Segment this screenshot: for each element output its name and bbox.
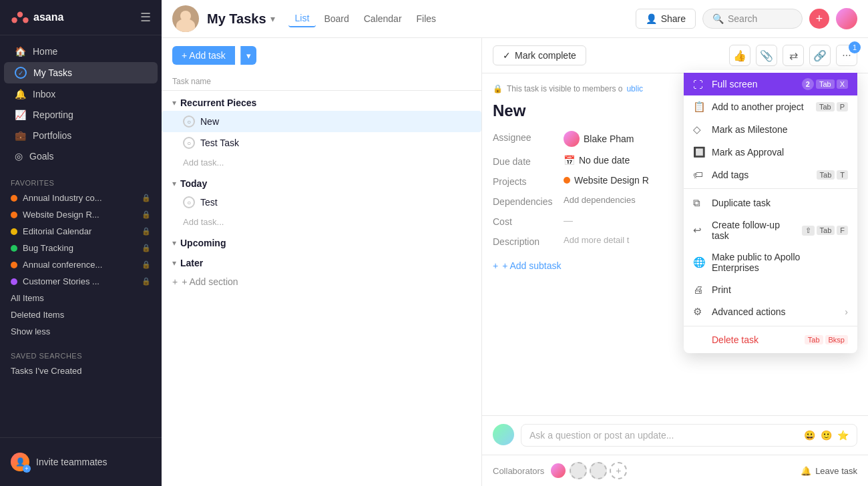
- tab-list[interactable]: List: [288, 10, 316, 27]
- menu-item-mark-approval[interactable]: 🔲 Mark as Approval: [684, 141, 857, 164]
- favorites-list: Annual Industry co... 🔒 Website Design R…: [0, 190, 162, 290]
- badge-count: 1: [849, 41, 861, 53]
- fav-item-annual-conference[interactable]: Annual conference... 🔒: [0, 256, 162, 273]
- fav-dot: [11, 195, 17, 202]
- asana-logo[interactable]: asana: [11, 8, 140, 27]
- sidebar-item-goals[interactable]: ◎ Goals: [4, 146, 158, 166]
- tab-calendar[interactable]: Calendar: [357, 11, 409, 27]
- add-section-button[interactable]: + + Add section: [162, 271, 481, 292]
- lock-icon: 🔒: [142, 260, 151, 269]
- menu-item-full-screen[interactable]: ⛶ Full screen 2 Tab X: [684, 73, 857, 95]
- star-icon[interactable]: ⭐: [837, 430, 849, 441]
- add-task-inline[interactable]: Add task...: [162, 213, 481, 231]
- fav-item-annual-industry[interactable]: Annual Industry co... 🔒: [0, 190, 162, 206]
- milestone-icon: ◇: [693, 124, 705, 136]
- collaborators-row: Collaborators + 🔔 Leave task: [482, 455, 868, 486]
- user-avatar[interactable]: [836, 8, 857, 29]
- task-check-icon[interactable]: ○: [183, 115, 195, 128]
- asana-logo-text: asana: [33, 11, 63, 23]
- more-options-button[interactable]: ··· 1: [836, 45, 857, 66]
- approval-icon: 🔲: [693, 146, 705, 158]
- page-header: My Tasks ▾ List Board Calendar Files 👤 S…: [162, 0, 868, 38]
- mark-complete-button[interactable]: ✓ Mark complete: [493, 45, 586, 65]
- shortcut: Tab P: [816, 102, 848, 111]
- sidebar-item-inbox[interactable]: 🔔 Inbox: [4, 84, 158, 104]
- connect-button[interactable]: ⇄: [783, 45, 804, 66]
- saved-search-tasks-created[interactable]: Tasks I've Created: [0, 362, 162, 379]
- menu-item-print[interactable]: 🖨 Print: [684, 278, 857, 300]
- menu-item-add-to-project[interactable]: 📋 Add to another project Tab P: [684, 95, 857, 118]
- emoji-icon[interactable]: 😀: [804, 430, 815, 441]
- thumbs-up-button[interactable]: 👍: [729, 45, 750, 66]
- section-later[interactable]: ▾ Later: [162, 251, 481, 271]
- comment-input-row: Ask a question or post an update... 😀 🙂 …: [493, 424, 857, 447]
- fav-dot: [11, 228, 17, 235]
- menu-divider: [684, 188, 857, 189]
- assignee-avatar: [564, 131, 580, 147]
- share-icon: 👤: [646, 13, 657, 24]
- fav-item-editorial-calendar[interactable]: Editorial Calendar 🔒: [0, 223, 162, 240]
- menu-item-delete[interactable]: Delete task Tab Bksp: [684, 329, 857, 350]
- task-row[interactable]: ○ Test: [162, 192, 481, 213]
- comment-input[interactable]: Ask a question or post an update... 😀 🙂 …: [521, 424, 857, 447]
- search-box[interactable]: 🔍 Search: [702, 9, 803, 29]
- menu-item-make-public[interactable]: 🌐 Make public to Apollo Enterprises: [684, 246, 857, 278]
- tab-board[interactable]: Board: [317, 11, 355, 27]
- search-icon: 🔍: [712, 13, 724, 24]
- task-detail-toolbar: ✓ Mark complete 👍 📎 ⇄ 🔗 ··· 1: [482, 38, 868, 73]
- task-row[interactable]: ○ Test Task: [162, 132, 481, 154]
- menu-item-advanced[interactable]: ⚙ Advanced actions ›: [684, 300, 857, 323]
- lock-icon: 🔒: [142, 277, 151, 286]
- task-check-icon[interactable]: ○: [183, 137, 195, 149]
- section-today[interactable]: ▾ Today: [162, 172, 481, 192]
- attach-button[interactable]: 📎: [756, 45, 777, 66]
- task-row[interactable]: ○ New: [162, 111, 481, 132]
- sidebar-item-home[interactable]: 🏠 Home: [4, 41, 158, 61]
- fav-dot: [11, 212, 17, 218]
- task-column-header: Task name: [162, 73, 481, 91]
- shortcut-badge: 2 Tab X: [802, 78, 848, 90]
- fav-item-bug-tracking[interactable]: Bug Tracking 🔒: [0, 240, 162, 256]
- share-button[interactable]: 👤 Share: [636, 9, 696, 29]
- page-title: My Tasks: [207, 11, 266, 27]
- bell-icon: 🔔: [15, 89, 26, 99]
- fav-item-website-design[interactable]: Website Design R... 🔒: [0, 206, 162, 223]
- fav-dot: [11, 245, 17, 252]
- menu-item-follow-up[interactable]: ↩ Create follow-up task ⇧ Tab F: [684, 214, 857, 246]
- sidebar-item-portfolios[interactable]: 💼 Portfolios: [4, 126, 158, 146]
- create-button[interactable]: +: [809, 9, 829, 29]
- section-upcoming[interactable]: ▾ Upcoming: [162, 231, 481, 251]
- fav-item-customer-stories[interactable]: Customer Stories ... 🔒: [0, 273, 162, 290]
- happy-icon[interactable]: 🙂: [821, 430, 832, 441]
- tag-icon: 🏷: [693, 169, 705, 180]
- deleted-items-link[interactable]: Deleted Items: [0, 306, 162, 323]
- comment-icons: 😀 🙂 ⭐: [804, 430, 849, 441]
- invite-teammates-button[interactable]: 👤 + Invite teammates: [0, 446, 162, 478]
- section-chevron-icon: ▾: [172, 179, 176, 188]
- menu-item-add-tags[interactable]: 🏷 Add tags Tab T: [684, 164, 857, 186]
- page-title-area: My Tasks ▾: [207, 11, 275, 27]
- link-button[interactable]: 🔗: [809, 45, 831, 66]
- leave-task-button[interactable]: 🔔 Leave task: [801, 466, 857, 476]
- sidebar-toggle[interactable]: ☰: [140, 10, 151, 25]
- comment-area: Ask a question or post an update... 😀 🙂 …: [482, 415, 868, 455]
- svg-point-0: [17, 12, 23, 17]
- show-less-link[interactable]: Show less: [0, 323, 162, 340]
- add-task-inline[interactable]: Add task...: [162, 154, 481, 172]
- check-icon: ✓: [503, 50, 511, 61]
- menu-item-mark-milestone[interactable]: ◇ Mark as Milestone: [684, 118, 857, 141]
- project-dot: [564, 177, 570, 184]
- all-items-link[interactable]: All Items: [0, 290, 162, 306]
- menu-item-duplicate[interactable]: ⧉ Duplicate task: [684, 192, 857, 214]
- duplicate-icon: ⧉: [693, 197, 705, 209]
- task-check-icon[interactable]: ○: [183, 196, 195, 208]
- sidebar-item-my-tasks[interactable]: ✓ My Tasks: [4, 62, 158, 83]
- add-task-dropdown[interactable]: ▾: [240, 46, 256, 65]
- public-icon: 🌐: [693, 256, 705, 268]
- tab-files[interactable]: Files: [410, 11, 443, 27]
- sidebar-item-reporting[interactable]: 📈 Reporting: [4, 105, 158, 125]
- title-chevron-icon[interactable]: ▾: [270, 13, 275, 24]
- add-task-button[interactable]: + Add task: [172, 46, 235, 65]
- section-recurrent-pieces[interactable]: ▾ Recurrent Pieces: [162, 91, 481, 111]
- add-collaborator-button[interactable]: +: [610, 462, 627, 479]
